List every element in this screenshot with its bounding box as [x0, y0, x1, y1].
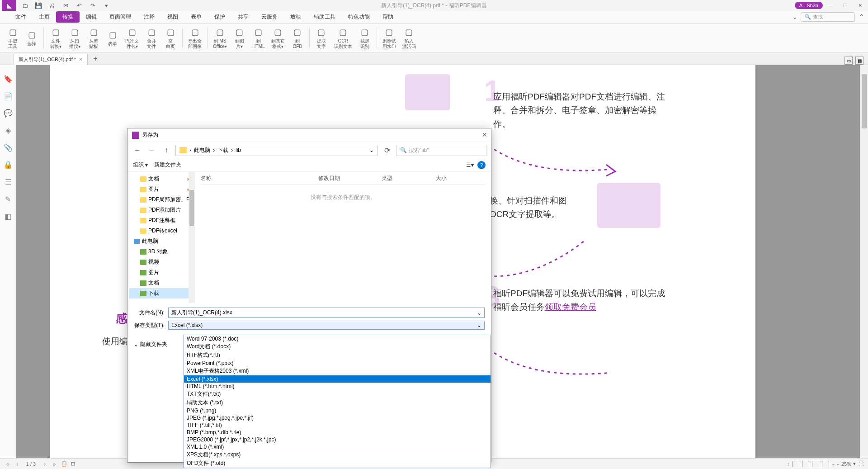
first-page-button[interactable]: « — [5, 461, 11, 467]
filetype-option[interactable]: Word文档 (*.docx) — [184, 342, 491, 351]
breadcrumb[interactable]: › 此电脑 › 下载 › lib ⌄ — [175, 145, 378, 156]
zoom-in-button[interactable]: + — [837, 461, 840, 467]
menu-search[interactable]: 🔍 查找 — [801, 12, 855, 22]
filetype-option[interactable]: TXT文件(*.txt) — [184, 390, 491, 398]
ribbon-导出全部图像[interactable]: ▢导出全 部图像 — [185, 26, 204, 50]
ribbon-合并文件[interactable]: ▢合并 文件 — [142, 26, 160, 50]
document-tab[interactable]: 新人引导(1)_OCR(4).pdf * ✕ — [14, 54, 88, 65]
menu-页面管理[interactable]: 页面管理 — [103, 11, 137, 23]
tree-PDF注释框[interactable]: PDF注释框 — [129, 215, 193, 226]
ribbon-从剪贴板[interactable]: ▢从剪 贴板 — [85, 26, 103, 50]
menu-主页[interactable]: 主页 — [33, 11, 56, 23]
menu-特色功能[interactable]: 特色功能 — [342, 11, 376, 23]
column-date[interactable]: 修改日期 — [318, 175, 382, 182]
tree-此电脑[interactable]: 此电脑 — [129, 236, 193, 246]
ribbon-PDF文件包[interactable]: ▢PDF文 件包▾ — [123, 26, 142, 50]
paste-icon[interactable]: 📋 — [61, 461, 67, 467]
qat-redo[interactable]: ↷ — [88, 0, 98, 10]
qat-save[interactable]: 💾 — [33, 0, 43, 10]
fit-icon[interactable]: ⊡ — [71, 461, 75, 467]
filetype-option[interactable]: BMP (*.bmp,*.dib,*.rle) — [184, 429, 491, 436]
tab-add-button[interactable]: + — [91, 53, 99, 65]
filetype-option[interactable]: JPEG (*.jpg,*.jpeg,*.jpe,*.jif) — [184, 414, 491, 422]
next-page-button[interactable]: › — [42, 461, 47, 467]
qat-undo[interactable]: ↶ — [74, 0, 84, 10]
help-icon[interactable]: ? — [477, 161, 486, 169]
ribbon-手型工具[interactable]: ▢手型 工具 — [4, 26, 22, 50]
tree-视频[interactable]: 视频 — [129, 257, 193, 267]
menu-共享[interactable]: 共享 — [231, 11, 255, 23]
qat-open[interactable]: 🗀 — [20, 0, 30, 10]
minimize-button[interactable]: — — [825, 1, 837, 10]
menu-帮助[interactable]: 帮助 — [376, 11, 400, 23]
qat-mail[interactable]: ✉ — [61, 0, 71, 10]
user-badge[interactable]: A - Sh3n — [795, 2, 823, 9]
menu-注释[interactable]: 注释 — [137, 11, 161, 23]
ribbon-从扫描仪[interactable]: ▢从扫 描仪▾ — [66, 26, 84, 50]
menu-编辑[interactable]: 编辑 — [80, 11, 103, 23]
zoom-out-button[interactable]: − — [832, 461, 835, 467]
prev-page-button[interactable]: ‹ — [14, 461, 20, 467]
menu-转换[interactable]: 转换 — [56, 11, 80, 23]
filetype-option[interactable]: XML电子表格2003 (*.xml) — [184, 367, 491, 375]
menu-云服务[interactable]: 云服务 — [255, 11, 284, 23]
organize-button[interactable]: 组织▾ — [133, 161, 148, 169]
bookmark-icon[interactable]: 🔖 — [4, 74, 13, 83]
comments-icon[interactable]: 💬 — [4, 109, 13, 118]
menu-表单[interactable]: 表单 — [184, 11, 208, 23]
ribbon-OCR识别文本[interactable]: ▢OCR 识别文本 — [331, 26, 355, 50]
filetype-option[interactable]: 辅助文本 (*.txt) — [184, 398, 491, 407]
pages-icon[interactable]: 📄 — [4, 91, 13, 100]
collapse-icon[interactable]: ◧ — [4, 212, 13, 221]
ribbon-到HTML[interactable]: ▢到 HTML — [250, 26, 268, 50]
column-type[interactable]: 类型 — [382, 175, 436, 182]
refresh-button[interactable]: ⟳ — [382, 145, 392, 156]
form-icon[interactable]: ☰ — [4, 177, 13, 186]
qat-print[interactable]: 🖨 — [47, 0, 57, 10]
nav-up-button[interactable]: ↑ — [161, 145, 172, 156]
column-size[interactable]: 大小 — [436, 175, 472, 182]
tree-PDF转excel[interactable]: PDF转excel — [129, 226, 193, 236]
tree-图片[interactable]: 图片 — [129, 267, 193, 278]
page-indicator[interactable]: 1 / 3 — [24, 461, 38, 467]
ribbon-提取文字[interactable]: ▢提取 文字 — [312, 26, 330, 50]
tab-close-icon[interactable]: ✕ — [79, 57, 83, 62]
free-member-link[interactable]: 领取免费会员 — [545, 302, 596, 312]
vertical-scrollbar[interactable] — [860, 65, 868, 462]
view-mode-1[interactable] — [792, 461, 799, 467]
tree-PDF局部加密、F[interactable]: PDF局部加密、F — [129, 194, 193, 205]
tree-图片[interactable]: 图片📌 — [129, 184, 193, 194]
qat-more[interactable]: ▾ — [101, 0, 111, 10]
ribbon-空白页[interactable]: ▢空 白页 — [161, 26, 179, 50]
view-single-icon[interactable]: ▭ — [844, 57, 853, 65]
filetype-option[interactable]: JPEG2000 (*.jpf,*.jpx,*.jp2,*.j2k,*.jpc) — [184, 436, 491, 443]
filetype-option[interactable]: HTML (*.htm;*.html) — [184, 383, 491, 390]
ribbon-到MSOffice[interactable]: ▢到 MS Office▾ — [210, 26, 230, 50]
filetype-option[interactable]: RTF格式(*.rtf) — [184, 351, 491, 360]
ribbon-截屏识别[interactable]: ▢截屏 识别 — [356, 26, 374, 50]
filetype-select[interactable]: Excel (*.xlsx)⌄ — [168, 321, 485, 330]
ribbon-删除试用水印[interactable]: ▢删除试 用水印 — [380, 26, 399, 50]
column-name[interactable]: 名称 — [201, 175, 318, 182]
menu-expand-icon[interactable]: ⌃ — [859, 13, 864, 21]
menu-辅助工具[interactable]: 辅助工具 — [307, 11, 342, 23]
attachments-icon[interactable]: 📎 — [4, 143, 13, 152]
security-icon[interactable]: 🔒 — [4, 160, 13, 169]
menu-文件[interactable]: 文件 — [9, 11, 33, 23]
filename-input[interactable]: 新人引导(1)_OCR(4).xlsx⌄ — [168, 308, 485, 318]
menu-保护[interactable]: 保护 — [208, 11, 231, 23]
tree-3D 对象[interactable]: 3D 对象 — [129, 246, 193, 257]
filetype-option[interactable]: OFD文件 (*.ofd) — [184, 459, 491, 468]
filetype-option[interactable]: Excel (*.xlsx) — [184, 375, 491, 383]
menu-放映[interactable]: 放映 — [284, 11, 307, 23]
reflow-icon[interactable]: ↕ — [787, 461, 790, 467]
new-folder-button[interactable]: 新建文件夹 — [154, 161, 181, 169]
scroll-thumb[interactable] — [862, 74, 867, 128]
filetype-option[interactable]: PNG (*.png) — [184, 407, 491, 414]
menu-dropdown-icon[interactable]: ⌄ — [793, 14, 797, 20]
fullscreen-icon[interactable]: ⛶ — [859, 461, 863, 467]
tree-scrollbar[interactable] — [189, 172, 195, 303]
ribbon-表单[interactable]: ▢表单 — [104, 28, 122, 47]
nav-forward-button[interactable]: → — [146, 145, 157, 156]
tree-文档[interactable]: 文档 — [129, 278, 193, 288]
